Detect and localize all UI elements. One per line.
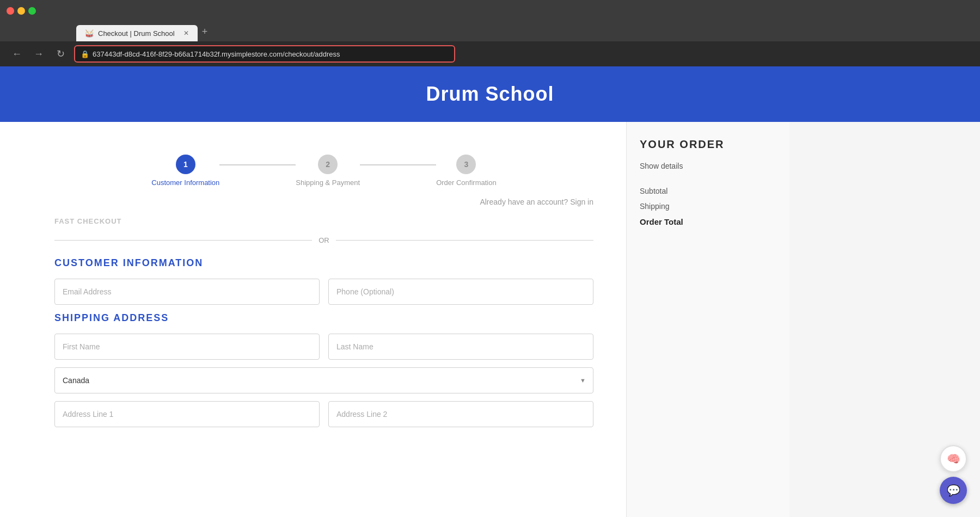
shipping-line: Shipping — [640, 202, 776, 211]
reload-button[interactable]: ↻ — [52, 46, 69, 62]
site-title: Drum School — [0, 83, 980, 106]
first-name-input[interactable] — [54, 334, 320, 360]
tab-bar: 🥁 Checkout | Drum School ✕ + — [0, 22, 980, 41]
account-hint: Already have an account? Sign in — [54, 198, 593, 206]
traffic-lights — [7, 7, 36, 15]
active-tab[interactable]: 🥁 Checkout | Drum School ✕ — [76, 25, 198, 41]
country-select[interactable]: Canada United States United Kingdom Aust… — [54, 367, 593, 393]
address-input-2[interactable] — [328, 401, 593, 427]
step-3[interactable]: 3 Order Confirmation — [436, 155, 497, 187]
total-line: Order Total — [640, 217, 776, 226]
tab-favicon: 🥁 — [85, 29, 94, 38]
checkout-layout: 1 Customer Information 2 Shipping & Paym… — [0, 122, 980, 517]
or-line-right — [336, 240, 593, 241]
step-1-circle: 1 — [176, 155, 195, 174]
step-2[interactable]: 2 Shipping & Payment — [296, 155, 360, 187]
or-line-left — [54, 240, 312, 241]
email-field-wrapper — [54, 279, 320, 305]
step-connector-1 — [219, 164, 296, 165]
step-2-label: Shipping & Payment — [296, 179, 360, 187]
phone-field-wrapper — [328, 279, 593, 305]
country-field: Canada United States United Kingdom Aust… — [54, 367, 593, 393]
maximize-button[interactable] — [28, 7, 36, 15]
address-row — [54, 401, 593, 427]
step-2-circle: 2 — [318, 155, 338, 174]
title-bar — [0, 0, 980, 22]
country-row: Canada United States United Kingdom Aust… — [54, 367, 593, 393]
page-content: Drum School 1 Customer Information — [0, 66, 980, 517]
tab-close-button[interactable]: ✕ — [183, 29, 189, 37]
address-input-1[interactable] — [54, 401, 320, 427]
address-field-2 — [328, 401, 593, 427]
show-details-link[interactable]: Show details — [640, 162, 776, 170]
step-3-circle: 3 — [456, 155, 476, 174]
step-1-label: Customer Information — [151, 179, 219, 187]
step-3-label: Order Confirmation — [436, 179, 497, 187]
fast-checkout-label: FAST CHECKOUT — [54, 217, 593, 225]
chat-bubble-primary[interactable]: 💬 — [940, 477, 967, 504]
phone-input[interactable] — [328, 279, 593, 305]
nav-bar: ← → ↻ 🔒 — [0, 41, 980, 66]
address-bar[interactable]: 🔒 — [74, 45, 455, 63]
lock-icon: 🔒 — [81, 50, 89, 58]
chat-bubble-secondary[interactable]: 🧠 — [940, 445, 967, 472]
url-input[interactable] — [93, 50, 449, 58]
last-name-field — [328, 334, 593, 360]
last-name-input[interactable] — [328, 334, 593, 360]
shipping-address-title: SHIPPING ADDRESS — [54, 312, 593, 324]
checkout-main: 1 Customer Information 2 Shipping & Paym… — [0, 122, 626, 517]
address-field-1 — [54, 401, 320, 427]
or-divider: OR — [54, 236, 593, 244]
customer-information-title: CUSTOMER INFORMATION — [54, 257, 593, 269]
minimize-button[interactable] — [17, 7, 25, 15]
your-order-title: YOUR ORDER — [640, 138, 776, 151]
checkout-sidebar: YOUR ORDER Show details Subtotal Shippin… — [626, 122, 789, 517]
tab-title: Checkout | Drum School — [98, 29, 175, 38]
forward-button[interactable]: → — [30, 46, 47, 62]
step-connector-2 — [360, 164, 436, 165]
checkout-steps: 1 Customer Information 2 Shipping & Paym… — [54, 138, 593, 198]
step-1[interactable]: 1 Customer Information — [151, 155, 219, 187]
customer-info-row — [54, 279, 593, 305]
close-button[interactable] — [7, 7, 14, 15]
email-input[interactable] — [54, 279, 320, 305]
subtotal-line: Subtotal — [640, 187, 776, 195]
name-row — [54, 334, 593, 360]
first-name-field — [54, 334, 320, 360]
new-tab-button[interactable]: + — [198, 26, 212, 38]
site-header: Drum School — [0, 66, 980, 122]
or-text: OR — [318, 236, 329, 244]
back-button[interactable]: ← — [9, 46, 25, 62]
